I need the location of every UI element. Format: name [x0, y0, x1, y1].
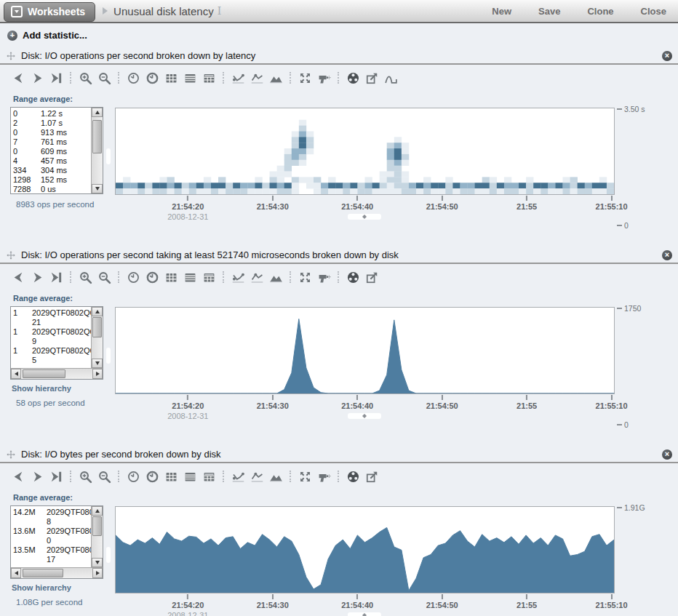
horizontal-resize-handle[interactable]: [106, 348, 111, 364]
horizontal-scrollbar[interactable]: [11, 368, 103, 379]
list-row[interactable]: 0913 ms: [13, 128, 91, 137]
scrollbar-thumb[interactable]: [92, 120, 102, 153]
move-panel-icon[interactable]: [6, 51, 16, 61]
list-row[interactable]: 14.2M2029QTF08020: [13, 508, 91, 517]
scroll-left-button[interactable]: [11, 568, 21, 578]
close-panel-icon[interactable]: [662, 51, 672, 61]
forward-icon[interactable]: [28, 269, 47, 285]
show-one-hour-icon[interactable]: [143, 70, 161, 86]
show-line-graph-icon[interactable]: [266, 468, 285, 484]
vertical-resize-handle[interactable]: [348, 612, 381, 616]
back-icon[interactable]: [9, 468, 28, 484]
show-line-graph-icon[interactable]: [266, 269, 285, 285]
show-hierarchy-link[interactable]: Show hierarchy: [12, 583, 103, 592]
list-row[interactable]: 13.6M2029QTF08020: [13, 527, 91, 536]
archive-dataset-icon[interactable]: [343, 70, 362, 86]
add-icon[interactable]: [7, 31, 17, 41]
close-panel-icon[interactable]: [662, 449, 672, 460]
forward-to-now-icon[interactable]: [47, 70, 65, 86]
show-one-minute-icon[interactable]: [124, 70, 143, 86]
show-maximum-icon[interactable]: [247, 269, 266, 285]
export-icon[interactable]: [362, 269, 381, 285]
vertical-scrollbar[interactable]: [91, 506, 103, 567]
close-panel-icon[interactable]: [662, 250, 672, 260]
show-one-week-icon[interactable]: [180, 468, 199, 484]
clone-button[interactable]: Clone: [587, 6, 613, 17]
vertical-scrollbar[interactable]: [91, 108, 103, 193]
show-minimum-icon[interactable]: [228, 70, 247, 86]
horizontal-resize-handle[interactable]: [106, 547, 111, 563]
show-one-month-icon[interactable]: [199, 70, 218, 86]
show-one-week-icon[interactable]: [180, 70, 199, 86]
forward-to-now-icon[interactable]: [47, 269, 65, 285]
scroll-left-button[interactable]: [11, 369, 21, 379]
export-icon[interactable]: [362, 70, 381, 86]
scroll-right-button[interactable]: [92, 568, 103, 578]
show-maximum-icon[interactable]: [247, 468, 266, 484]
list-row[interactable]: 12029QTF0802QCK: [13, 346, 91, 356]
vertical-scrollbar[interactable]: [91, 307, 103, 368]
show-one-month-icon[interactable]: [199, 468, 218, 484]
scrollbar-thumb[interactable]: [23, 369, 65, 378]
list-row[interactable]: 72880 us: [13, 185, 91, 193]
archive-dataset-icon[interactable]: [343, 468, 362, 484]
crop-outliers-icon[interactable]: [295, 468, 314, 484]
bytes-by-disk-area-chart[interactable]: [115, 506, 615, 593]
show-one-minute-icon[interactable]: [124, 269, 143, 285]
show-one-day-icon[interactable]: [161, 468, 180, 484]
show-one-week-icon[interactable]: [180, 269, 199, 285]
scroll-down-button[interactable]: [92, 359, 103, 368]
outlier-elimination-icon[interactable]: [381, 70, 400, 86]
export-icon[interactable]: [362, 468, 381, 484]
show-one-month-icon[interactable]: [199, 269, 218, 285]
show-maximum-icon[interactable]: [247, 70, 266, 86]
list-row[interactable]: 12029QTF0802QCK: [13, 308, 91, 318]
drilldown-icon[interactable]: [314, 70, 333, 86]
show-one-hour-icon[interactable]: [143, 269, 161, 285]
list-row[interactable]: 4457 ms: [13, 156, 91, 166]
zoom-out-icon[interactable]: [95, 468, 113, 484]
zoom-out-icon[interactable]: [95, 269, 113, 285]
crop-outliers-icon[interactable]: [295, 269, 314, 285]
add-statistic-link[interactable]: Add statistic...: [23, 30, 87, 41]
scrollbar-thumb[interactable]: [92, 516, 102, 535]
scroll-up-button[interactable]: [92, 307, 103, 316]
horizontal-resize-handle[interactable]: [106, 148, 111, 164]
move-panel-icon[interactable]: [6, 250, 16, 260]
back-icon[interactable]: [9, 70, 28, 86]
move-panel-icon[interactable]: [6, 449, 16, 460]
back-icon[interactable]: [9, 269, 28, 285]
scroll-up-button[interactable]: [92, 506, 103, 516]
show-line-graph-icon[interactable]: [266, 70, 285, 86]
show-hierarchy-link[interactable]: Show hierarchy: [12, 384, 103, 393]
show-one-day-icon[interactable]: [161, 269, 180, 285]
scrollbar-thumb[interactable]: [23, 569, 63, 577]
drilldown-icon[interactable]: [314, 468, 333, 484]
list-row[interactable]: 1298152 ms: [13, 175, 91, 185]
list-row[interactable]: 12029QTF0802QCK: [13, 327, 91, 337]
drilldown-icon[interactable]: [314, 269, 333, 285]
worksheets-menu-button[interactable]: Worksheets: [4, 2, 95, 22]
worksheet-title[interactable]: Unusual disk latency: [113, 5, 214, 17]
list-row[interactable]: 334304 ms: [13, 166, 91, 175]
scroll-down-button[interactable]: [92, 558, 103, 567]
new-button[interactable]: New: [492, 6, 511, 17]
show-one-minute-icon[interactable]: [124, 468, 143, 484]
zoom-in-icon[interactable]: [76, 70, 95, 86]
forward-to-now-icon[interactable]: [47, 468, 65, 484]
horizontal-scrollbar[interactable]: [11, 567, 103, 578]
ops-by-disk-area-chart[interactable]: [115, 307, 615, 394]
zoom-out-icon[interactable]: [95, 70, 113, 86]
archive-dataset-icon[interactable]: [343, 269, 362, 285]
show-minimum-icon[interactable]: [228, 468, 247, 484]
list-row[interactable]: 7761 ms: [13, 137, 91, 147]
save-button[interactable]: Save: [538, 6, 560, 17]
forward-icon[interactable]: [28, 70, 47, 86]
close-button[interactable]: Close: [641, 6, 666, 17]
list-row[interactable]: 0609 ms: [13, 147, 91, 156]
scroll-up-button[interactable]: [92, 108, 103, 117]
scrollbar-thumb[interactable]: [92, 317, 102, 337]
show-one-hour-icon[interactable]: [143, 468, 161, 484]
vertical-resize-handle[interactable]: [348, 214, 381, 220]
scroll-down-button[interactable]: [92, 184, 103, 193]
